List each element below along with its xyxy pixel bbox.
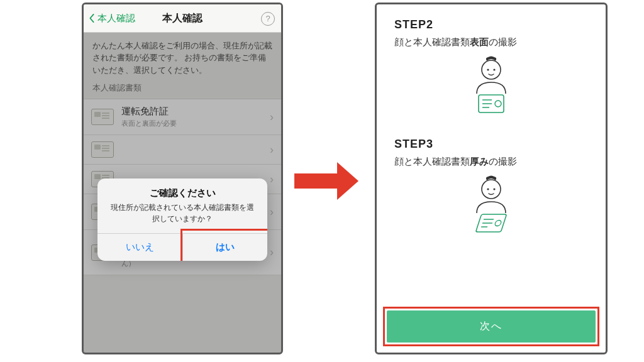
svg-point-10 xyxy=(493,188,495,190)
person-card-icon xyxy=(463,56,519,125)
nav-bar: 本人確認 本人確認 ? xyxy=(84,4,281,33)
step3-desc: 顔と本人確認書類厚みの撮影 xyxy=(394,156,588,168)
svg-point-2 xyxy=(493,69,495,70)
svg-point-8 xyxy=(482,180,501,199)
alert-message: 現住所が記載されている本人確認書類を選択していますか？ xyxy=(97,202,267,233)
step3-desc-pre: 顔と本人確認書類 xyxy=(394,156,470,167)
confirm-alert: ご確認ください 現住所が記載されている本人確認書類を選択していますか？ いいえ … xyxy=(97,178,267,261)
step3-desc-bold: 厚み xyxy=(470,156,489,167)
right-phone-frame: STEP2 顔と本人確認書類表面の撮影 STEP3 xyxy=(375,3,608,354)
svg-point-9 xyxy=(487,188,489,190)
step2-desc-post: の撮影 xyxy=(489,37,517,47)
step3-label: STEP3 xyxy=(394,138,588,151)
next-button-wrap: 次へ xyxy=(383,307,599,346)
step2-illustration xyxy=(394,56,588,125)
nav-title: 本人確認 xyxy=(84,12,281,25)
help-icon[interactable]: ? xyxy=(261,12,275,26)
step3-desc-post: の撮影 xyxy=(489,156,517,167)
person-card-thickness-icon xyxy=(463,175,519,244)
step2-desc: 顔と本人確認書類表面の撮影 xyxy=(394,36,588,48)
left-phone-frame: 本人確認 本人確認 ? かんたん本人確認をご利用の場合、現住所が記載された書類が… xyxy=(82,3,283,354)
alert-yes-button[interactable]: はい xyxy=(183,234,268,261)
alert-title: ご確認ください xyxy=(97,178,267,202)
step2-desc-bold: 表面 xyxy=(470,37,489,47)
step3-illustration xyxy=(394,175,588,244)
left-body: かんたん本人確認をご利用の場合、現住所が記載された書類が必要です。 お持ちの書類… xyxy=(84,33,281,353)
next-button[interactable]: 次へ xyxy=(387,310,596,343)
step2-label: STEP2 xyxy=(394,18,588,31)
next-highlight-icon: 次へ xyxy=(383,307,599,346)
alert-no-button[interactable]: いいえ xyxy=(97,234,183,261)
arrow-icon xyxy=(294,162,364,200)
svg-point-1 xyxy=(487,69,489,70)
svg-point-0 xyxy=(482,60,501,79)
step2-desc-pre: 顔と本人確認書類 xyxy=(394,37,470,47)
